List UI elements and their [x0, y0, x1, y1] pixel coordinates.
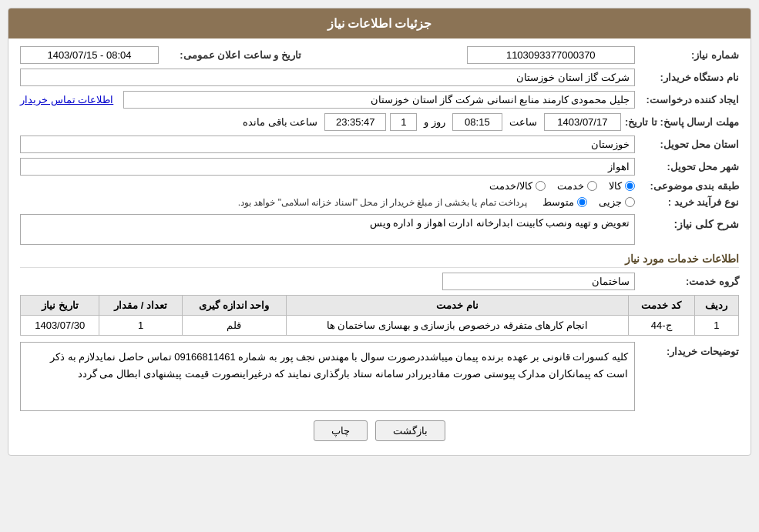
city-value: اهواز — [20, 158, 635, 176]
category-khedmat-label: خدمت — [557, 180, 584, 192]
buyer-org-label: نام دستگاه خریدار: — [639, 72, 739, 83]
reply-countdown: 23:35:47 — [324, 113, 386, 131]
announce-date-value: 1403/07/15 - 08:04 — [20, 46, 159, 64]
province-row: استان محل تحویل: خوزستان — [20, 136, 739, 153]
creator-link[interactable]: اطلاعات تماس خریدار — [20, 94, 113, 105]
col-date: تاریخ نیاز — [21, 296, 99, 316]
col-unit: واحد اندازه گیری — [182, 296, 286, 316]
col-quantity: تعداد / مقدار — [99, 296, 182, 316]
city-label: شهر محل تحویل: — [639, 161, 739, 172]
need-number-value: 1103093377000370 — [467, 46, 636, 64]
cell-quantity: 1 — [99, 316, 182, 336]
description-row: شرح کلی نیاز: تعویض و تهیه ونصب کابینت ا… — [20, 214, 739, 245]
cell-date: 1403/07/30 — [21, 316, 99, 336]
action-buttons: بازگشت چاپ — [20, 420, 739, 441]
service-group-label: گروه خدمت: — [639, 276, 739, 287]
process-motovaset-label: متوسط — [542, 196, 574, 208]
category-row: طبقه بندی موضوعی: کالا خدمت کالا/خدمت — [20, 180, 739, 192]
time-label: ساعت — [506, 116, 540, 128]
province-label: استان محل تحویل: — [639, 139, 739, 150]
creator-value: جلیل محمودی کارمند منابع انسانی شرکت گاز… — [123, 91, 635, 109]
process-jozi-radio[interactable] — [625, 197, 635, 207]
cell-code: ج-44 — [628, 316, 694, 336]
process-jozi-option[interactable]: جزیی — [599, 196, 635, 208]
category-kala-radio[interactable] — [625, 181, 635, 191]
table-row: 1ج-44انجام کارهای متفرقه درخصوص بازسازی … — [21, 316, 739, 336]
creator-label: ایجاد کننده درخواست: — [639, 94, 739, 105]
process-label: نوع فرآیند خرید : — [639, 196, 739, 208]
category-label: طبقه بندی موضوعی: — [639, 180, 739, 192]
buyer-org-value: شرکت گاز استان خوزستان — [20, 69, 635, 86]
process-motovaset-option[interactable]: متوسط — [542, 196, 587, 208]
buyer-notes-row: توضیحات خریدار: کلیه کسورات قانونی بر عه… — [20, 342, 739, 411]
buyer-org-row: نام دستگاه خریدار: شرکت گاز استان خوزستا… — [20, 69, 739, 86]
service-group-row: گروه خدمت: ساختمان — [20, 273, 739, 290]
page-title: جزئیات اطلاعات نیاز — [327, 17, 432, 30]
services-section-title: اطلاعات خدمات مورد نیاز — [20, 253, 739, 268]
buyer-notes-value: کلیه کسورات قانونی بر عهده برنده پیمان م… — [20, 342, 635, 411]
page-header: جزئیات اطلاعات نیاز — [8, 8, 751, 38]
reply-days: 1 — [390, 113, 417, 131]
cell-row: 1 — [694, 316, 738, 336]
process-note: پرداخت تمام یا بخشی از مبلغ خریدار از مح… — [238, 197, 527, 208]
col-name: نام خدمت — [286, 296, 628, 316]
category-khedmat-radio[interactable] — [587, 181, 597, 191]
reply-time: 08:15 — [452, 113, 502, 131]
print-button[interactable]: چاپ — [314, 420, 368, 441]
category-radio-group: کالا خدمت کالا/خدمت — [489, 180, 635, 192]
process-radio-group: جزیی متوسط — [542, 196, 635, 208]
need-number-row: شماره نیاز: 1103093377000370 تاریخ و ساع… — [20, 46, 739, 64]
reply-deadline-row: مهلت ارسال پاسخ: تا تاریخ: 1403/07/17 سا… — [20, 113, 739, 131]
category-both-option[interactable]: کالا/خدمت — [489, 180, 546, 192]
need-number-label: شماره نیاز: — [639, 49, 739, 61]
category-khedmat-option[interactable]: خدمت — [557, 180, 597, 192]
reply-deadline-label: مهلت ارسال پاسخ: تا تاریخ: — [625, 116, 739, 128]
announce-date-label: تاریخ و ساعت اعلان عمومی: — [163, 49, 301, 61]
city-row: شهر محل تحویل: اهواز — [20, 158, 739, 176]
cell-name: انجام کارهای متفرقه درخصوص بازسازی و بهس… — [286, 316, 628, 336]
reply-date: 1403/07/17 — [544, 113, 621, 131]
back-button[interactable]: بازگشت — [375, 420, 445, 441]
service-group-value: ساختمان — [442, 273, 635, 290]
province-value: خوزستان — [20, 136, 635, 153]
process-jozi-label: جزیی — [599, 196, 622, 208]
category-both-label: کالا/خدمت — [489, 180, 532, 192]
days-label: روز و — [421, 116, 448, 128]
remaining-label: ساعت باقی مانده — [240, 116, 321, 128]
category-kala-label: کالا — [609, 180, 622, 192]
description-label: شرح کلی نیاز: — [639, 214, 739, 230]
creator-row: ایجاد کننده درخواست: جلیل محمودی کارمند … — [20, 91, 739, 109]
cell-unit: قلم — [182, 316, 286, 336]
buyer-notes-label: توضیحات خریدار: — [639, 342, 739, 357]
category-both-radio[interactable] — [536, 181, 546, 191]
services-table: ردیف کد خدمت نام خدمت واحد اندازه گیری ت… — [20, 295, 739, 336]
process-row: نوع فرآیند خرید : جزیی متوسط پرداخت تمام… — [20, 196, 739, 208]
process-motovaset-radio[interactable] — [577, 197, 587, 207]
category-kala-option[interactable]: کالا — [609, 180, 635, 192]
col-code: کد خدمت — [628, 296, 694, 316]
col-row: ردیف — [694, 296, 738, 316]
description-value: تعویض و تهیه ونصب کابینت ابدارخانه ادارت… — [20, 214, 635, 245]
